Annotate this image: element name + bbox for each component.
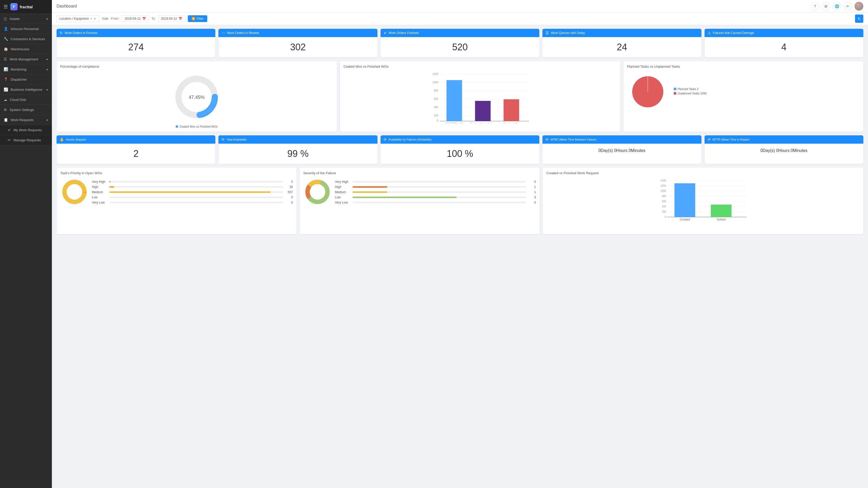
sidebar-item-warehouses[interactable]: 🏠 Warehouses (0, 44, 52, 54)
sidebar-item-label: Work Management (9, 57, 47, 61)
sidebar-item-label: Work Requests (11, 118, 47, 122)
page-title: Dashboard (57, 4, 811, 8)
stat-card-avail-failures: ⟳ Availability by Failures (Reliability)… (380, 135, 539, 164)
grid-icon[interactable]: ⊞ (822, 2, 830, 10)
stat-card-assets-stopped: ✋ Assets Stopped 2 (57, 135, 215, 164)
priority-high: High 16 (92, 185, 293, 189)
clear-icon[interactable]: ✕ (93, 17, 96, 21)
p-high-bar-bg (110, 186, 283, 188)
sidebar-item-inhouse-personnel[interactable]: 👤 Inhouse Personnel (0, 24, 52, 34)
stat-card-header-wo-in-process: ↻ Work Orders in Process (57, 29, 215, 37)
compliance-legend-label: Ceated Wos vs Finished WOs (180, 125, 218, 128)
edit-icon[interactable]: ✏ (844, 2, 852, 10)
sidebar-item-work-management[interactable]: ☰ Work Management ▸ (0, 54, 52, 64)
sidebar-item-label: Dispatcher (11, 77, 48, 82)
p-med-bar (110, 191, 271, 193)
stat-card-value-wo-damage: 4 (705, 37, 863, 57)
refresh-button[interactable]: ↻ (855, 14, 863, 23)
stat-card-header-mtbf: ⟳ MTBF (Mean Time Between Failure) (542, 135, 701, 144)
p-vlow-label: Very Low (92, 201, 107, 204)
filter-icon: 🔽 (191, 17, 195, 21)
planned-legend-label: Planned Tasks 2 (678, 87, 699, 91)
from-date-input[interactable]: 2019-04-12 📅 (122, 15, 149, 22)
cvf-bar-solved (711, 204, 732, 217)
stat-title-assets-stopped: Assets Stopped (66, 138, 86, 141)
svg-point-24 (67, 184, 82, 200)
avatar[interactable] (855, 2, 863, 11)
sidebar-item-cloud-disk[interactable]: ☁ Cloud Disk (0, 95, 52, 105)
sidebar-item-dispatcher[interactable]: 📍 Dispatcher (0, 74, 52, 85)
sidebar-icon-6: 📍 (4, 77, 8, 82)
hamburger-icon[interactable]: ☰ (4, 4, 8, 9)
sidebar-item-label: Manage Requests (13, 138, 48, 142)
stat-card-wo-in-review: ⋯ Work Orders in Review 302 (218, 29, 377, 57)
sidebar-icon-1: 👤 (4, 27, 8, 31)
sidebar-icon-9: ⚙ (4, 108, 7, 112)
severity-title: Severity of the Failure (303, 171, 536, 175)
priority-very-high: Very High 3 (92, 180, 293, 184)
stat-card-header-wo-damage: ⚠ Failures that Caused Damage (705, 29, 863, 37)
ph-bar (110, 181, 110, 183)
svg-text:400: 400 (662, 205, 666, 208)
svg-text:Pending WOs: Pending WOs (503, 122, 519, 123)
sev-low: Low 3 (335, 196, 536, 199)
calendar-icon-2: 📅 (179, 17, 182, 21)
stat-val-mtbf: 0Day(s) 0Hours 0Minutes (542, 144, 701, 158)
cvf-bar-created (675, 183, 695, 217)
sidebar-item-system-settings[interactable]: ⚙ System Settings (0, 105, 52, 115)
sidebar-item-work-requests[interactable]: 📋 Work Requests ▸ (0, 115, 52, 125)
sidebar-item-monitoring[interactable]: 📊 Monitoring ▸ (0, 64, 52, 74)
cvf-title: Created vs Finished Work Request (546, 171, 860, 175)
svg-text:1000: 1000 (660, 190, 666, 192)
priority-card: Task's Priority in Open WOs Very High (57, 167, 297, 234)
compliance-dot (176, 125, 178, 128)
expand-arrow-icon: ▸ (47, 58, 48, 61)
svg-text:400: 400 (434, 106, 438, 109)
stat-card-title-wo-finished: Work Orders Finished (389, 31, 419, 35)
mid-stat-cards: ✋ Assets Stopped 2 ⟳ Total Availability … (57, 135, 863, 164)
svg-text:1200: 1200 (432, 73, 438, 75)
stat-card-icon-wo-in-review: ⋯ (221, 31, 225, 35)
stat-card-wo-finished: ✔ Work Orders Finished 520 (380, 29, 539, 57)
sev-high: High 1 (335, 185, 536, 189)
stat-card-header-avail-failures: ⟳ Availability by Failures (Reliability) (380, 135, 539, 144)
sidebar-item-my-work-requests[interactable]: ✔ My Work Requests (0, 125, 52, 135)
stat-card-mtbf: ⟳ MTBF (Mean Time Between Failure) 0Day(… (542, 135, 701, 164)
app-logo: F fracttal (10, 3, 33, 10)
stat-card-wo-delay: ☰ Work Queues with Delay 24 (542, 29, 701, 57)
p-high-label: High (92, 185, 107, 189)
sev-very-low: Very Low 0 (335, 201, 536, 204)
help-icon[interactable]: ? (811, 2, 819, 10)
sidebar-item-contractors-&-services[interactable]: 🔧 Contractors & Services (0, 34, 52, 44)
sidebar-icon-10: 📋 (4, 118, 8, 122)
p-med-val: 557 (285, 190, 293, 194)
svg-text:CREATED_WO: CREATED_WO (445, 122, 463, 123)
sidebar-icon-7: 📈 (4, 87, 8, 92)
sidebar-item-label: Business Intelligence (11, 88, 47, 92)
filter-button[interactable]: 🔽 Filter (188, 15, 207, 22)
location-filter[interactable]: Location / Equipment ▾ ✕ (57, 15, 99, 22)
stat-icon-assets-stopped: ✋ (60, 137, 64, 141)
compliance-legend: Ceated Wos vs Finished WOs (176, 125, 218, 128)
globe-icon[interactable]: 🌐 (833, 2, 841, 10)
sidebar-icon-0: ◫ (4, 17, 7, 21)
stat-icon-mttr: ⟳ (708, 137, 711, 141)
svg-text:200: 200 (662, 210, 666, 213)
stat-card-value-wo-finished: 520 (380, 37, 539, 57)
pie-chart-title: Planned Tasks vs Unplanned Tasks (627, 65, 860, 68)
stat-title-avail-failures: Availability by Failures (Reliability) (389, 138, 432, 141)
stat-card-wo-damage: ⚠ Failures that Caused Damage 4 (705, 29, 863, 57)
sidebar-item-manage-requests[interactable]: ✏ Manage Requests (0, 135, 52, 145)
sidebar-nav: ◫ Assets ▸ 👤 Inhouse Personnel 🔧 Contrac… (0, 14, 52, 145)
stat-card-title-wo-damage: Failures that Caused Damage (713, 31, 754, 35)
sidebar-item-assets[interactable]: ◫ Assets ▸ (0, 14, 52, 24)
stat-val-assets-stopped: 2 (57, 144, 215, 164)
priority-title: Task's Priority in Open WOs (60, 171, 293, 175)
chevron-down-icon: ▾ (90, 17, 92, 21)
svg-text:Created: Created (680, 218, 690, 221)
svg-text:800: 800 (662, 195, 666, 198)
location-label: Location / Equipment (59, 17, 89, 21)
to-date-input[interactable]: 2019-05-12 📅 (158, 15, 185, 22)
sidebar-item-business-intelligence[interactable]: 📈 Business Intelligence ▸ (0, 85, 52, 95)
sidebar-item-label: Cloud Disk (10, 98, 48, 102)
